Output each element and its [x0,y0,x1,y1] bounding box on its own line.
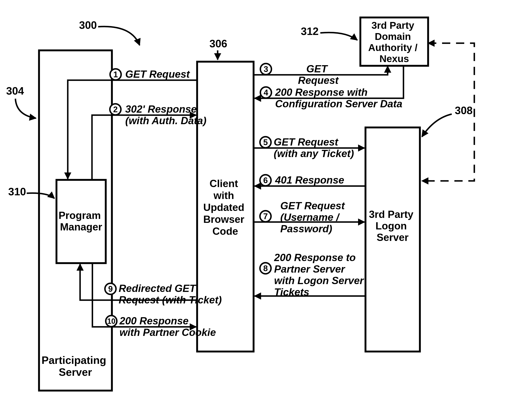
ref-306: 306 [210,38,227,50]
step-7-text: GET Request (Username / Password) [280,200,348,235]
ref-308-arrow [422,114,452,137]
ref-304: 304 [6,85,24,97]
program-manager-label: Program Manager [58,210,104,233]
step-9-num: 9 [108,284,113,293]
ref-300: 300 [79,19,97,31]
ref-308: 308 [455,104,473,116]
step-6-num: 6 [263,176,268,185]
step-3-text: GET Request [298,63,339,86]
step-4-text: 200 Response with Configuration Server D… [275,87,402,109]
step-2-num: 2 [113,105,118,114]
step-4-num: 4 [264,88,268,97]
ref-310: 310 [8,186,26,197]
step-3-num: 3 [264,65,268,74]
step-8-text: 200 Response to Partner Server with Logo… [274,252,366,298]
step-10-num: 10 [107,317,115,326]
ref-300-arrow [98,27,140,45]
step-1-text: GET Request [125,68,190,80]
step-5-num: 5 [263,138,268,147]
step-2-text: 302' Response (with Auth. Data) [125,103,206,126]
step-6-text: 401 Response [275,174,344,186]
step-8-num: 8 [263,264,268,273]
step-1-num: 1 [113,70,118,79]
step-5-text: GET Request (with any Ticket) [274,136,354,159]
ref-312: 312 [301,25,319,37]
ref-304-arrow [15,99,36,118]
ref-312-arrow [320,32,357,40]
step-7-num: 7 [263,212,268,221]
